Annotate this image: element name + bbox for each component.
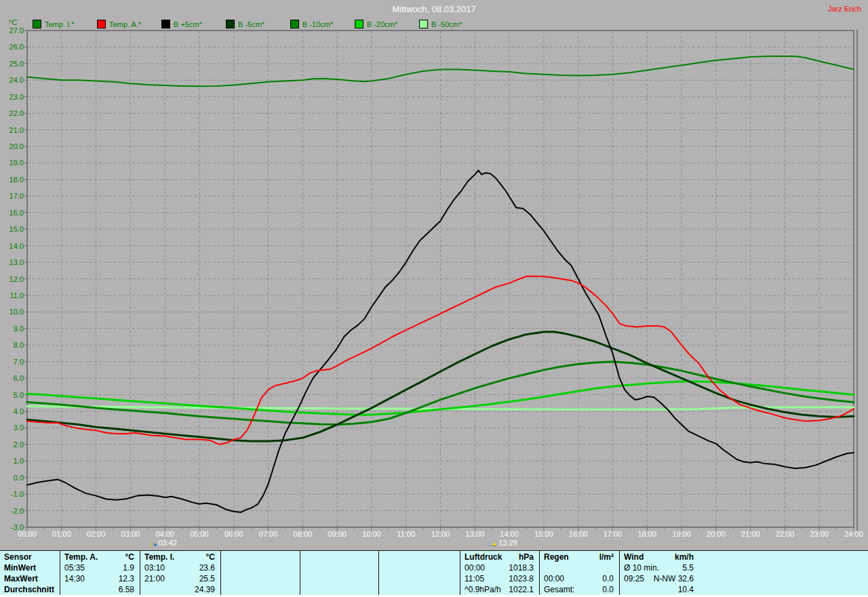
y-tick-label: 9.0 <box>1 325 24 333</box>
x-tick-label: 23:00 <box>806 530 833 539</box>
y-tick-label: 15.0 <box>1 225 24 233</box>
stat-col-wind: Windkm/hØ 10 min.5.509:25N-NW 32.610.4 <box>619 551 868 595</box>
stat-cell: Wind <box>624 552 644 562</box>
y-tick-label: 6.0 <box>1 374 24 382</box>
y-tick-label: 17.0 <box>1 192 24 200</box>
y-tick-label: 26.0 <box>1 43 24 51</box>
y-tick-label: 21.0 <box>1 126 24 134</box>
weather-app-window: Mittwoch, 08.03.2017 Jarz Erich °C Temp.… <box>0 0 868 597</box>
moonrise-triangle-icon: ▲ <box>491 541 497 547</box>
stat-cell: 05:35 <box>64 562 85 573</box>
x-tick-label: 02:00 <box>83 530 110 539</box>
y-tick-label: 4.0 <box>1 407 24 415</box>
y-tick-label: -2.0 <box>1 507 24 515</box>
stat-cell: 12.3 <box>119 573 134 584</box>
stat-cell: 21:00 <box>144 573 165 584</box>
table-row <box>221 584 300 595</box>
x-tick-label: 08:00 <box>289 530 316 539</box>
x-tick-label: 20:00 <box>703 530 730 539</box>
y-tick-label: 20.0 <box>1 142 24 150</box>
table-row <box>221 562 300 573</box>
table-row: Windkm/h <box>620 551 699 562</box>
table-row <box>379 551 460 562</box>
y-tick-label: 2.0 <box>1 440 24 449</box>
series-b-5cm- <box>27 332 854 441</box>
table-row: 00:000.0 <box>540 573 619 584</box>
stat-cell: MinWert <box>4 562 36 573</box>
y-tick-label: 7.0 <box>1 358 24 366</box>
stat-cell: Temp. I. <box>144 552 174 562</box>
table-row: 24.39 <box>140 584 220 595</box>
y-tick-label: 8.0 <box>1 341 24 349</box>
stat-col-luftdruck: LuftdruckhPa00:001018.311:051023.8^0.9hP… <box>460 551 539 595</box>
table-row: LuftdruckhPa <box>460 551 539 562</box>
y-tick-label: 1.0 <box>1 457 24 465</box>
stat-cell: MaxWert <box>4 573 38 584</box>
table-row: Ø 10 min.5.5 <box>620 562 699 573</box>
stat-cell: l/m² <box>599 552 614 562</box>
stat-col-regen: Regenl/m²00:000.0Gesamt:0.0 <box>539 551 619 595</box>
y-tick-label: 19.0 <box>1 159 24 167</box>
stat-cell: 0.0 <box>602 573 614 584</box>
table-row: Temp. I.°C <box>140 551 220 562</box>
x-tick-label: 05:00 <box>186 530 213 539</box>
table-row: 21:0025.5 <box>140 573 220 584</box>
marker-time-label: 03:42 <box>158 539 177 547</box>
y-tick-label: 18.0 <box>1 176 24 184</box>
table-row: 05:351.9 <box>60 562 140 573</box>
y-tick-label: 27.0 <box>1 26 24 35</box>
y-tick-label: 22.0 <box>1 109 24 117</box>
stat-cell: Durchschnitt <box>4 584 54 595</box>
stat-cell: hPa <box>519 552 534 562</box>
table-row <box>379 573 460 584</box>
table-row: 14:3012.3 <box>60 573 140 584</box>
x-tick-label: 21:00 <box>737 530 764 539</box>
stat-col-empty <box>378 551 460 595</box>
table-row <box>540 562 619 573</box>
table-row: 09:25N-NW 32.6 <box>620 573 699 584</box>
stat-col-temp-i-: Temp. I.°C03:1023.621:0025.524.39 <box>140 551 220 595</box>
x-tick-label: 09:00 <box>323 530 351 539</box>
stat-cell: 24.39 <box>195 584 215 595</box>
marker-time-label: 13:29 <box>498 539 517 547</box>
x-tick-label: 13:00 <box>461 530 488 539</box>
table-row: 10.4 <box>620 584 699 595</box>
stat-col-temp-a-: Temp. A.°C05:351.914:3012.36.58 <box>60 551 140 595</box>
y-tick-label: 14.0 <box>1 242 24 250</box>
stat-cell: 23.6 <box>199 562 215 573</box>
stat-cell: 25.5 <box>199 573 215 584</box>
table-row: Gesamt:0.0 <box>540 584 619 595</box>
x-tick-label: 24:00 <box>840 530 867 539</box>
stat-cell: Ø 10 min. <box>624 562 659 573</box>
stat-cell: 5.5 <box>682 562 694 573</box>
stat-cell: 09:25 <box>624 573 644 584</box>
wind-col-content: Windkm/hØ 10 min.5.509:25N-NW 32.610.4 <box>620 551 699 595</box>
y-tick-label: 23.0 <box>1 93 24 101</box>
x-tick-label: 10:00 <box>358 530 385 539</box>
stat-cell: N-NW 32.6 <box>654 573 694 584</box>
table-row: 03:1023.6 <box>140 562 220 573</box>
y-tick-label: 3.0 <box>1 424 24 432</box>
stat-cell: 1018.3 <box>509 562 534 573</box>
x-tick-label: 03:00 <box>117 530 144 539</box>
table-row: 00:001018.3 <box>460 562 539 573</box>
table-row <box>300 551 378 562</box>
temperature-chart <box>0 0 868 550</box>
moon-down-arrow-icon: ↓ <box>149 539 154 548</box>
stat-cell: 00:00 <box>544 573 564 584</box>
x-tick-label: 19:00 <box>668 530 695 539</box>
table-row <box>221 551 300 562</box>
x-tick-label: 16:00 <box>565 530 592 539</box>
table-row <box>379 562 460 573</box>
table-row: Sensor <box>0 551 60 562</box>
stat-cell: Gesamt: <box>544 584 574 595</box>
marker-1329: ☾▲13:29 <box>486 537 517 548</box>
table-row <box>379 584 460 595</box>
stat-cell: °C <box>206 552 215 562</box>
x-tick-label: 06:00 <box>220 530 248 539</box>
x-tick-label: 18:00 <box>633 530 660 539</box>
y-tick-label: 16.0 <box>1 209 24 217</box>
table-row: Durchschnitt <box>0 584 60 595</box>
x-tick-label: 15:00 <box>530 530 557 539</box>
x-tick-label: 12:00 <box>427 530 454 539</box>
